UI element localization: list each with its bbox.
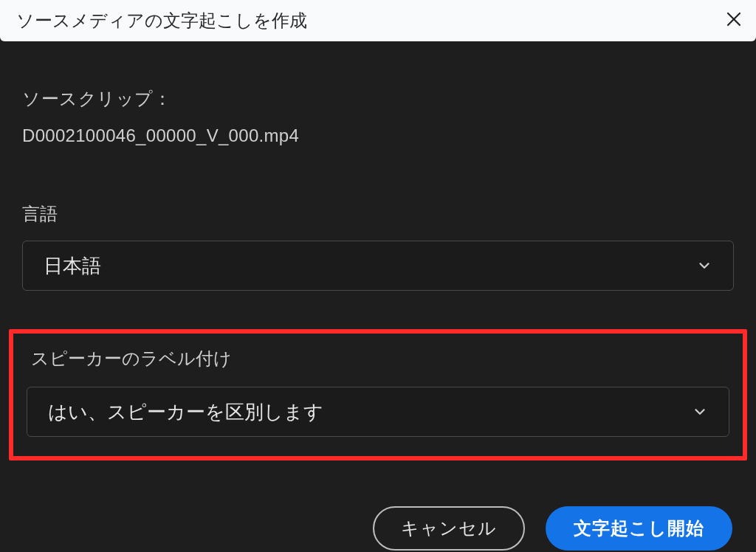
speaker-labeling-highlight: スピーカーのラベル付け はい、スピーカーを区別します — [9, 329, 747, 460]
cancel-button[interactable]: キャンセル — [373, 506, 525, 551]
dialog-title: ソースメディアの文字起こしを作成 — [16, 9, 307, 32]
speaker-labeling-value: はい、スピーカーを区別します — [48, 399, 323, 425]
dialog-body: ソースクリップ： D0002100046_00000_V_000.mp4 言語 … — [0, 87, 756, 460]
dialog-titlebar: ソースメディアの文字起こしを作成 — [0, 0, 756, 41]
dialog-footer: キャンセル 文字起こし開始 — [0, 506, 756, 551]
language-value: 日本語 — [44, 253, 101, 279]
chevron-down-icon — [696, 258, 712, 274]
language-section: 言語 日本語 — [22, 202, 734, 291]
language-label: 言語 — [22, 202, 734, 226]
source-clip-filename: D0002100046_00000_V_000.mp4 — [22, 125, 734, 146]
start-transcription-button[interactable]: 文字起こし開始 — [546, 506, 732, 551]
source-clip-section: ソースクリップ： D0002100046_00000_V_000.mp4 — [22, 87, 734, 146]
language-dropdown[interactable]: 日本語 — [22, 241, 734, 291]
speaker-labeling-label: スピーカーのラベル付け — [31, 347, 729, 370]
source-clip-label: ソースクリップ： — [22, 87, 734, 111]
close-icon[interactable] — [725, 10, 743, 32]
speaker-labeling-dropdown[interactable]: はい、スピーカーを区別します — [27, 387, 729, 437]
chevron-down-icon — [692, 404, 708, 420]
